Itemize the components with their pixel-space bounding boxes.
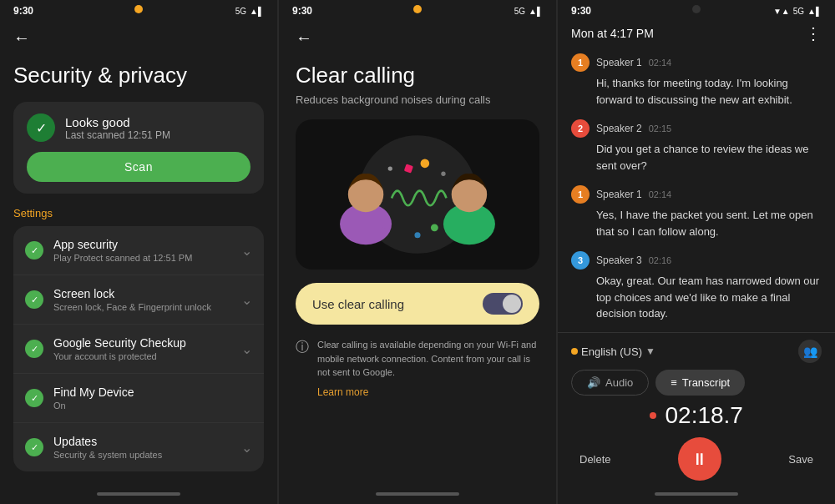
- controls-row: Delete ⏸ Save: [571, 437, 822, 481]
- pause-button[interactable]: ⏸: [678, 437, 721, 481]
- back-button-2[interactable]: ←: [296, 20, 539, 54]
- item-subtitle-screen-lock: Screen lock, Face & Fingerprint unlock: [53, 302, 241, 312]
- settings-item-find-my-device[interactable]: Find My Device On: [13, 374, 264, 423]
- status-text-group: Looks good Last scanned 12:51 PM: [65, 115, 170, 141]
- status-bar-1: 9:30 5G ▲▌: [0, 0, 277, 20]
- message-block-0: 1 Speaker 1 02:14 Hi, thanks for meeting…: [571, 53, 822, 108]
- item-title-app-security: App security: [53, 238, 241, 251]
- language-selector[interactable]: English (US) ▼: [571, 345, 655, 358]
- save-button[interactable]: Save: [788, 453, 813, 466]
- check-icon-updates: [25, 438, 43, 456]
- signal-icon-2: ▲▌: [529, 7, 543, 16]
- info-row: ⓘ Clear calling is available depending o…: [296, 338, 539, 399]
- item-subtitle-app-security: Play Protect scanned at 12:51 PM: [53, 253, 241, 263]
- home-indicator-3: [655, 492, 738, 496]
- shield-check-icon: [27, 113, 55, 142]
- panel-security: 9:30 5G ▲▌ ← Security & privacy Looks go…: [0, 0, 277, 504]
- clear-calling-illustration: [296, 119, 539, 270]
- bottom-bar-3: [558, 487, 835, 504]
- message-text-2: Yes, I have the packet you sent. Let me …: [571, 207, 822, 239]
- message-block-1: 2 Speaker 2 02:15 Did you get a chance t…: [571, 119, 822, 174]
- settings-item-updates[interactable]: Updates Security & system updates ⌄: [13, 423, 264, 471]
- clear-calling-subtitle: Reduces background noises during calls: [296, 93, 539, 106]
- security-status-card: Looks good Last scanned 12:51 PM Scan: [13, 102, 264, 194]
- check-icon-screen-lock: [25, 290, 43, 309]
- looks-good-text: Looks good: [65, 115, 170, 129]
- illustration-svg: [296, 119, 539, 270]
- info-text: Clear calling is available depending on …: [317, 338, 539, 380]
- speaker-time-3: 02:16: [649, 255, 672, 265]
- recording-date: Mon at 4:17 PM: [571, 27, 654, 40]
- language-row: English (US) ▼ 👥: [571, 340, 822, 363]
- timer-text: 02:18.7: [665, 402, 743, 428]
- status-icons-2: 5G ▲▌: [514, 7, 543, 16]
- language-dot: [571, 348, 578, 355]
- status-dot-3: [692, 5, 701, 13]
- info-text-group: Clear calling is available depending on …: [317, 338, 539, 399]
- message-text-0: Hi, thanks for meeting today. I'm lookin…: [571, 75, 822, 108]
- speaker-time-1: 02:15: [649, 123, 672, 134]
- settings-item-screen-lock[interactable]: Screen lock Screen lock, Face & Fingerpr…: [13, 275, 264, 325]
- speaker-time-2: 02:14: [649, 189, 672, 199]
- bottom-bar-2: [279, 487, 556, 504]
- check-icon-google-checkup: [25, 340, 43, 358]
- tab-audio[interactable]: 🔊 Audio: [571, 370, 649, 396]
- chevron-icon-screen-lock: ⌄: [241, 292, 252, 308]
- item-subtitle-updates: Security & system updates: [53, 450, 241, 460]
- chevron-icon-updates: ⌄: [241, 440, 252, 456]
- speaker-avatar-1b: 1: [571, 185, 590, 204]
- speaker-avatar-3: 3: [571, 251, 590, 270]
- message-text-1: Did you get a chance to review the ideas…: [571, 141, 822, 174]
- network-label-1: 5G: [235, 7, 246, 16]
- status-icons-1: 5G ▲▌: [235, 7, 264, 16]
- status-icons-3: ▼▲ 5G ▲▌: [773, 7, 822, 16]
- panel1-content: ← Security & privacy Looks good Last sca…: [0, 20, 277, 487]
- scan-button[interactable]: Scan: [27, 152, 250, 182]
- people-icon[interactable]: 👥: [798, 340, 822, 363]
- settings-section-label: Settings: [13, 207, 264, 219]
- message-block-2: 1 Speaker 1 02:14 Yes, I have the packet…: [571, 185, 822, 239]
- more-options-icon[interactable]: ⋮: [805, 23, 822, 43]
- item-subtitle-google-checkup: Your account is protected: [53, 351, 241, 361]
- item-text-updates: Updates Security & system updates: [53, 435, 241, 460]
- clear-calling-toggle[interactable]: [483, 293, 523, 315]
- toggle-label-text: Use clear calling: [312, 297, 404, 311]
- tab-transcript[interactable]: ≡ Transcript: [655, 370, 745, 396]
- item-text-screen-lock: Screen lock Screen lock, Face & Fingerpr…: [53, 287, 241, 312]
- status-card-top: Looks good Last scanned 12:51 PM: [27, 113, 250, 142]
- back-button-1[interactable]: ←: [13, 20, 264, 54]
- recording-dot: [650, 412, 656, 419]
- settings-item-app-security[interactable]: App security Play Protect scanned at 12:…: [13, 226, 264, 275]
- status-dot-2: [413, 5, 422, 13]
- audio-label: Audio: [605, 376, 633, 389]
- item-title-find-device: Find My Device: [53, 386, 252, 399]
- status-bar-2: 9:30 5G ▲▌: [279, 0, 556, 20]
- info-icon: ⓘ: [296, 339, 309, 356]
- audio-icon: 🔊: [587, 376, 600, 389]
- network-label-3: 5G: [793, 7, 804, 16]
- panel2-content: ← Clear calling Reduces background noise…: [279, 20, 556, 487]
- last-scanned-text: Last scanned 12:51 PM: [65, 129, 170, 141]
- item-text-find-device: Find My Device On: [53, 386, 252, 411]
- pause-icon: ⏸: [691, 450, 708, 469]
- status-time-2: 9:30: [292, 5, 312, 17]
- panel-transcript: 9:30 ▼▲ 5G ▲▌ Mon at 4:17 PM ⋮ 1 Speaker…: [556, 0, 835, 504]
- speaker-name-0: Speaker 1: [596, 57, 642, 68]
- speaker-name-3: Speaker 3: [596, 255, 642, 266]
- item-title-screen-lock: Screen lock: [53, 287, 241, 300]
- wifi-icon-3: ▼▲: [773, 7, 790, 16]
- transcript-label: Transcript: [682, 376, 730, 389]
- home-indicator-1: [97, 492, 180, 496]
- speaker-time-0: 02:14: [649, 58, 672, 68]
- learn-more-link[interactable]: Learn more: [317, 386, 368, 398]
- status-bar-3: 9:30 ▼▲ 5G ▲▌: [558, 0, 835, 20]
- item-title-google-checkup: Google Security Checkup: [53, 336, 241, 350]
- settings-item-google-checkup[interactable]: Google Security Checkup Your account is …: [13, 325, 264, 374]
- toggle-row-clear-calling[interactable]: Use clear calling: [296, 283, 539, 325]
- delete-button[interactable]: Delete: [579, 453, 611, 466]
- page-title-1: Security & privacy: [13, 63, 264, 88]
- speaker-row-0: 1 Speaker 1 02:14: [571, 53, 822, 72]
- svg-point-6: [421, 159, 430, 169]
- people-glyph: 👥: [803, 345, 817, 358]
- svg-point-10: [441, 172, 445, 176]
